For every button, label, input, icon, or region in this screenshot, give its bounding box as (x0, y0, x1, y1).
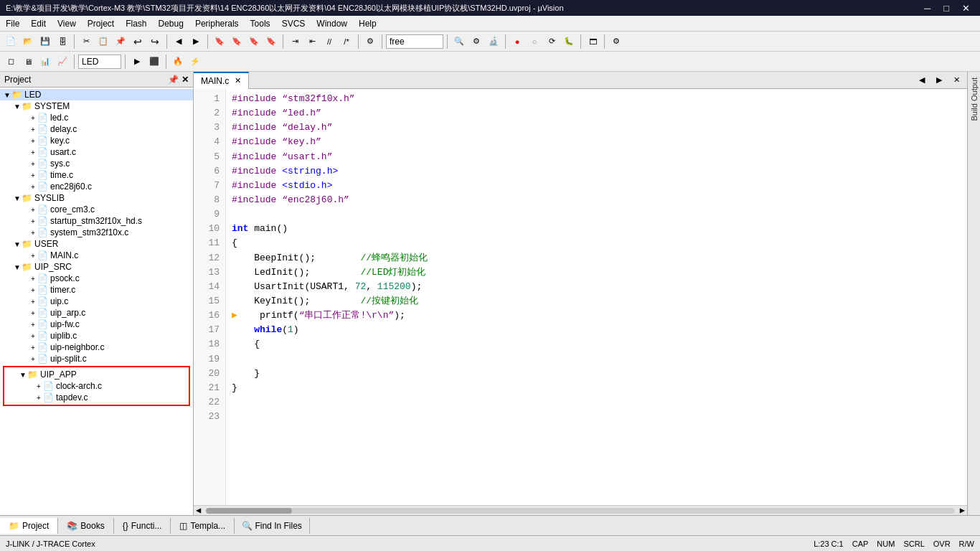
tb2-btn4[interactable]: 📈 (55, 54, 70, 70)
menu-help[interactable]: Help (353, 17, 382, 30)
menu-peripherals[interactable]: Peripherals (189, 17, 245, 30)
unindent-button[interactable]: ⇤ (304, 34, 320, 50)
target-input[interactable] (78, 55, 121, 69)
search-button[interactable]: 🔍 (451, 34, 467, 50)
tree-uip-app[interactable]: ▼ 📁 UIP_APP (6, 369, 187, 380)
menu-debug[interactable]: Debug (153, 17, 189, 30)
scroll-left-button[interactable]: ◀ (194, 505, 203, 516)
scroll-thumb[interactable] (206, 508, 292, 514)
run-button[interactable]: ● (509, 34, 525, 50)
tree-uiplib[interactable]: + 📄 uiplib.c (0, 330, 193, 342)
tree-core-cm3[interactable]: + 📄 core_cm3.c (0, 204, 193, 215)
nav-back-button[interactable]: ◀ (171, 34, 187, 50)
menu-svcs[interactable]: SVCS (276, 17, 311, 30)
menu-edit[interactable]: Edit (25, 17, 52, 30)
tb2-btn2[interactable]: 🖥 (20, 54, 36, 70)
tb2-btn6[interactable]: ⬛ (146, 54, 162, 70)
tree-sys-c[interactable]: + 📄 sys.c (0, 158, 193, 169)
open-button[interactable]: 📂 (20, 34, 36, 50)
tree-uip-fw[interactable]: + 📄 uip-fw.c (0, 319, 193, 330)
tb2-btn3[interactable]: 📊 (37, 54, 53, 70)
bookmark2-button[interactable]: 🔖 (229, 34, 245, 50)
bottom-tab-project[interactable]: 📁 Project (0, 518, 58, 534)
tb2-btn5[interactable]: ▶ (129, 54, 145, 70)
minimize-button[interactable]: ─ (920, 3, 935, 14)
debug2-button[interactable]: 🐛 (561, 34, 577, 50)
tb2-btn7[interactable]: 🔥 (170, 54, 186, 70)
tree-clock-arch[interactable]: + 📄 clock-arch.c (6, 380, 187, 392)
bottom-tab-templa[interactable]: ◫ Templa... (171, 518, 235, 534)
code-area[interactable]: 1234567891011121314151617181920212223 #i… (194, 89, 967, 505)
tree-led-c[interactable]: + 📄 led.c (0, 112, 193, 123)
close-button[interactable]: ✕ (958, 3, 974, 14)
tree-usart-c[interactable]: + 📄 usart.c (0, 146, 193, 158)
tab-nav-right[interactable]: ▶ (931, 72, 947, 88)
options-button[interactable]: ⚙ (608, 34, 624, 50)
tree-system-stm32[interactable]: + 📄 system_stm32f10x.c (0, 227, 193, 238)
tree-time-c[interactable]: + 📄 time.c (0, 169, 193, 181)
uncomment-button[interactable]: /* (339, 34, 354, 50)
tab-main-c[interactable]: MAIN.c ✕ (194, 72, 249, 89)
reset-button[interactable]: ⟳ (544, 34, 560, 50)
menu-view[interactable]: View (52, 17, 82, 30)
bookmark1-button[interactable]: 🔖 (212, 34, 227, 50)
tree-uip[interactable]: + 📄 uip.c (0, 296, 193, 307)
tree-user[interactable]: ▼ 📁 USER (0, 238, 193, 250)
tree-syslib[interactable]: ▼ 📁 SYSLIB (0, 192, 193, 204)
scroll-track[interactable] (206, 508, 955, 514)
scroll-right-button[interactable]: ▶ (958, 505, 967, 516)
tree-timer[interactable]: + 📄 timer.c (0, 284, 193, 296)
tab-nav-left[interactable]: ◀ (914, 72, 930, 88)
tree-system[interactable]: ▼ 📁 SYSTEM (0, 100, 193, 112)
nav-fwd-button[interactable]: ▶ (188, 34, 204, 50)
menu-tools[interactable]: Tools (245, 17, 276, 30)
comment-button[interactable]: // (321, 34, 337, 50)
find-in-files-button[interactable]: 🔍 Find In Files (235, 518, 310, 534)
tree-uip-src[interactable]: ▼ 📁 UIP_SRC (0, 261, 193, 273)
tree-psock[interactable]: + 📄 psock.c (0, 273, 193, 284)
tab-close[interactable]: ✕ (235, 76, 241, 85)
undo-button[interactable]: ↩ (130, 34, 146, 50)
func-btn1[interactable]: ⚙ (468, 34, 484, 50)
code-content[interactable]: #include “stm32f10x.h” #include “led.h” … (226, 89, 967, 505)
indent-button[interactable]: ⇥ (287, 34, 303, 50)
copy-button[interactable]: 📋 (95, 34, 111, 50)
redo-button[interactable]: ↪ (147, 34, 163, 50)
bookmark3-button[interactable]: 🔖 (246, 34, 262, 50)
tree-root-led[interactable]: ▼ 📁 LED (0, 89, 193, 100)
save-all-button[interactable]: 🗄 (55, 34, 70, 50)
func-btn2[interactable]: 🔬 (486, 34, 501, 50)
tree-delay-c[interactable]: + 📄 delay.c (0, 123, 193, 135)
paste-button[interactable]: 📌 (113, 34, 128, 50)
tb2-btn1[interactable]: ◻ (3, 54, 19, 70)
tree-uip-split[interactable]: + 📄 uip-split.c (0, 353, 193, 364)
tree-uip-neighbor[interactable]: + 📄 uip-neighbor.c (0, 342, 193, 353)
save-button[interactable]: 💾 (37, 34, 53, 50)
project-close-button[interactable]: ✕ (182, 75, 189, 85)
tree-enc28j60-c[interactable]: + 📄 enc28j60.c (0, 181, 193, 192)
tb2-btn8[interactable]: ⚡ (187, 54, 203, 70)
search-input[interactable] (386, 34, 443, 49)
tree-key-c[interactable]: + 📄 key.c (0, 135, 193, 146)
view-btn[interactable]: 🗖 (585, 34, 600, 50)
new-file-button[interactable]: 📄 (3, 34, 19, 50)
stop-button[interactable]: ○ (527, 34, 542, 50)
cut-button[interactable]: ✂ (78, 34, 94, 50)
bottom-tab-books[interactable]: 📚 Books (58, 518, 113, 534)
bottom-tab-functi[interactable]: {} Functi... (114, 518, 171, 534)
menu-file[interactable]: File (0, 17, 25, 30)
menu-window[interactable]: Window (311, 17, 353, 30)
bookmark4-button[interactable]: 🔖 (263, 34, 279, 50)
project-pin-button[interactable]: 📌 (168, 75, 179, 85)
build-button[interactable]: ⚙ (362, 34, 378, 50)
tree-tapdev[interactable]: + 📄 tapdev.c (6, 392, 187, 403)
tree-main-c[interactable]: + 📄 MAIN.c (0, 250, 193, 261)
tree-startup[interactable]: + 📄 startup_stm32f10x_hd.s (0, 215, 193, 227)
tree-uip-arp[interactable]: + 📄 uip_arp.c (0, 307, 193, 319)
tab-close-all[interactable]: ✕ (948, 72, 964, 88)
menu-flash[interactable]: Flash (120, 17, 152, 30)
editor-scrollbar[interactable]: ◀ ▶ (194, 505, 967, 515)
menu-project[interactable]: Project (82, 17, 120, 30)
maximize-button[interactable]: □ (939, 3, 953, 14)
build-output-label[interactable]: Build Output (969, 72, 980, 127)
